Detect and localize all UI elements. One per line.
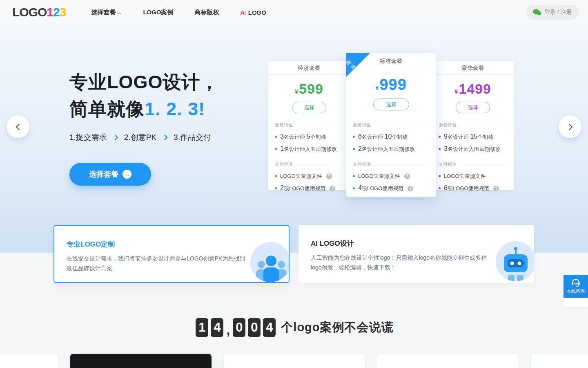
delivery-list: LOGO矢量源文件? 4项LOGO使用规范? [353,173,430,192]
step-3: 3.作品交付 [174,132,211,143]
case-counter: 1 4 , 0 0 4 个logo案例不会说谎 [0,317,588,338]
features-list: 3名设计师 5个初稿 1名设计师入围后期修改 [275,133,344,153]
main-menu: 选择套餐→ LOGO案例 商标版权 AI LOGO [91,9,266,16]
help-icon[interactable]: ? [330,186,335,191]
delivery-list: LOGO矢量源文件? 2项LOGO使用规范? [275,173,344,192]
logo-case-card[interactable] [377,354,519,368]
bullet-icon [439,187,441,189]
feature-item: 3名设计师 5个初稿 [275,133,344,140]
delivery-item: LOGO矢量源文件 [439,173,508,180]
bullet-icon [439,148,441,150]
bullet-icon [275,187,277,189]
logo-digit-2: 2 [53,5,60,19]
chevron-right-icon [566,123,572,130]
info-card-custom-logo[interactable]: 专业LOGO定制 在线提交设计需求，我们将安排多名设计师参与LOGO创意PK为您… [53,225,290,283]
features-list: 9名设计师 15个初稿 3名设计师入围后期修改 [439,133,508,153]
feature-item: 1名设计师入围后期修改 [275,146,344,153]
help-icon[interactable]: ? [493,186,499,191]
logo-case-card[interactable] [224,354,365,368]
bullet-icon [353,136,355,138]
bullet-icon [353,187,355,189]
chat-widget-secondary-button[interactable] [564,298,588,307]
menu-item-trademark[interactable]: 商标版权 [195,9,219,16]
wechat-icon [533,9,541,16]
menu-item-logo-cases[interactable]: LOGO案例 [143,9,173,16]
info-card-title: 专业LOGO定制 [67,240,289,249]
delivery-section-label: 交付标准 [353,161,430,167]
counter-digit: 1 [196,318,208,337]
menu-item-ai-logo[interactable]: AI LOGO [241,9,266,16]
counter-digit: 4 [263,318,276,337]
menu-item-packages[interactable]: 选择套餐→ [91,9,122,16]
bullet-icon [275,175,277,177]
logo-case-card[interactable] [531,354,588,368]
plan-select-button[interactable]: 选择 [456,102,490,113]
features-list: 6名设计师 10个初稿 2名设计师入围后期修改 [353,133,430,153]
feature-item: 6名设计师 10个初稿 [353,133,430,140]
features-section-label: 套餐特色 [275,122,344,128]
plan-card-deluxe: 豪华套餐 ¥1499 选择 套餐特色 9名设计师 15个初稿 3名设计师入围后期… [432,61,514,190]
feature-item: 2名设计师入围后期修改 [353,146,430,153]
login-register-button[interactable]: 登录 / 注册 [526,5,579,20]
hero-section: 专业LOGO设计， 简单就像1. 2. 3! 1.提交需求 2.创意PK 3.作… [0,25,588,253]
chevron-left-icon [16,123,22,130]
plan-select-button[interactable]: 选择 [373,99,409,110]
delivery-item: 4项LOGO使用规范? [353,185,430,192]
online-chat-label: 在线咨询 [567,288,585,294]
chevron-right-icon [113,135,118,140]
info-card-title: AI LOGO设计 [311,239,534,248]
plan-card-economy: 经济套餐 ¥599 选择 套餐特色 3名设计师 5个初稿 1名设计师入围后期修改… [268,61,350,190]
counter-digit: 0 [248,318,261,337]
headset-icon [571,278,581,287]
arrow-right-circle-icon: → [122,170,131,179]
logo-digit-1: 1 [47,5,53,19]
plan-card-standard: 推荐 标准套餐 ¥999 选择 套餐特色 6名设计师 10个初稿 2名设计师入围… [346,53,436,197]
logo-word: LOGO [12,5,47,19]
bullet-icon [439,175,441,177]
plan-select-button[interactable]: 选择 [292,102,326,113]
feature-item: 3名设计师入围后期修改 [439,146,508,153]
login-register-label: 登录 / 注册 [544,9,572,16]
feature-item: 9名设计师 15个初稿 [439,133,508,140]
carousel-prev-button[interactable] [7,115,29,138]
bullet-icon [353,175,355,177]
delivery-item: 6项LOGO使用规范? [439,185,508,192]
counter-digit: 4 [211,318,223,337]
delivery-item: LOGO矢量源文件? [275,173,344,180]
recommended-ribbon: 推荐 [346,53,370,77]
step-1: 1.提交需求 [69,132,107,143]
bullet-icon [275,136,277,138]
team-icon [250,242,290,282]
choose-package-button[interactable]: 选择套餐 → [69,163,151,186]
bullet-icon [439,136,441,138]
help-icon[interactable]: ? [408,186,413,191]
info-card-ai-logo[interactable]: AI LOGO设计 人工智能为您在线设计个性logo！只需输入logo名称就能立… [298,225,534,283]
info-card-body: 在线提交设计需求，我们将安排多名设计师参与LOGO创意PK为您找到最佳品牌设计方… [67,254,246,273]
logo-case-card[interactable] [0,354,58,368]
carousel-next-button[interactable] [559,115,581,138]
chevron-right-icon [162,135,168,140]
delivery-item: 2项LOGO使用规范? [275,185,344,192]
plan-price: ¥1499 [432,81,514,97]
counter-suffix: 个logo案例不会说谎 [281,319,393,336]
online-chat-button[interactable]: 在线咨询 [564,275,588,298]
delivery-item: LOGO矢量源文件? [353,173,430,180]
counter-comma: , [226,323,230,338]
help-icon[interactable]: ? [326,173,332,179]
plan-price: ¥599 [268,81,350,97]
step-2: 2.创意PK [124,132,156,143]
delivery-section-label: 交付标准 [275,161,344,167]
help-icon[interactable]: ? [404,173,410,179]
robot-icon [496,241,534,281]
top-nav: LOGO123 选择套餐→ LOGO案例 商标版权 AI LOGO 登录 / 注… [0,0,588,25]
counter-digit: 0 [233,318,245,337]
logo-case-card[interactable] [70,354,212,368]
bullet-icon [353,148,355,150]
plan-name: 豪华套餐 [432,61,514,75]
features-section-label: 套餐特色 [353,122,430,128]
site-logo[interactable]: LOGO123 [12,5,66,19]
plan-name: 经济套餐 [268,61,350,75]
hero-steps: 1.提交需求 2.创意PK 3.作品交付 [69,132,211,143]
hero-title: 专业LOGO设计， 简单就像1. 2. 3! [69,69,219,123]
features-section-label: 套餐特色 [439,122,508,128]
